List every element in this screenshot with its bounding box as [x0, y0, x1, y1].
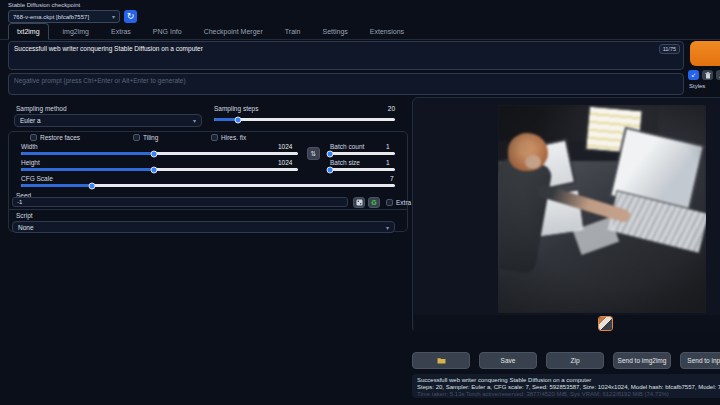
send-to-inpaint-button[interactable]: Send to inpaint: [680, 352, 720, 369]
generated-image-scene: [498, 105, 706, 313]
random-seed-button[interactable]: [353, 197, 365, 208]
refresh-checkpoints-button[interactable]: ↻: [124, 10, 137, 23]
tab-txt2img[interactable]: txt2img: [8, 23, 49, 40]
cfg-scale-label: CFG Scale: [21, 175, 53, 182]
zip-button[interactable]: Zip: [546, 352, 604, 369]
restore-faces-label: Restore faces: [40, 134, 80, 141]
generation-info-box: Successfull web writer conquering Stable…: [412, 374, 720, 398]
main-tab-bar: txt2img img2img Extras PNG Info Checkpoi…: [0, 23, 720, 40]
hires-fix-checkbox[interactable]: [211, 134, 218, 141]
script-dropdown[interactable]: None ▾: [12, 221, 395, 233]
sampling-steps-label: Sampling steps: [214, 105, 258, 112]
reuse-seed-button[interactable]: ♻: [368, 197, 380, 208]
negative-prompt-box: [8, 73, 684, 95]
refresh-icon: ↻: [127, 12, 135, 21]
open-folder-button[interactable]: [412, 352, 470, 369]
sampling-method-dropdown[interactable]: Euler a ▾: [14, 114, 202, 127]
tab-checkpoint-merger[interactable]: Checkpoint Merger: [196, 24, 271, 39]
hires-fix-option[interactable]: Hires. fix: [211, 134, 246, 141]
width-label: Width: [21, 143, 38, 150]
thumbnail-image: [599, 317, 612, 330]
tab-train[interactable]: Train: [277, 24, 309, 39]
batch-count-value: 1: [386, 143, 390, 150]
dice-icon: [356, 199, 363, 206]
restore-faces-checkbox[interactable]: [30, 134, 37, 141]
tiling-label: Tiling: [143, 134, 158, 141]
generate-button[interactable]: Generate: [690, 41, 720, 66]
checkpoint-value: 768-v-ema.ckpt [bfcafb7557]: [13, 14, 89, 20]
extra-seed-checkbox[interactable]: [386, 199, 393, 206]
cfg-scale-slider[interactable]: [21, 184, 395, 187]
chevron-down-icon: ▾: [386, 224, 389, 231]
token-counter: 11/75: [659, 44, 680, 54]
height-label: Height: [21, 159, 40, 166]
output-gallery-panel: [412, 97, 720, 333]
tiling-option[interactable]: Tiling: [133, 134, 158, 141]
script-divider: [8, 209, 408, 210]
swap-icon: ⇅: [311, 150, 317, 158]
height-value: 1024: [278, 159, 292, 166]
sampling-steps-slider[interactable]: [214, 118, 395, 121]
extra-seed-label: Extra: [396, 199, 411, 206]
seed-input[interactable]: [12, 197, 348, 207]
script-label: Script: [16, 212, 33, 219]
extra-seed-option[interactable]: Extra: [386, 199, 411, 206]
gallery-thumbnail-strip: [414, 315, 720, 333]
batch-size-value: 1: [386, 159, 390, 166]
prompt-box: Successfull web writer conquering Stable…: [8, 41, 684, 70]
save-button[interactable]: Save: [479, 352, 537, 369]
txt2img-settings-panel: Sampling method Euler a ▾ Sampling steps…: [8, 103, 408, 237]
tab-extensions[interactable]: Extensions: [362, 24, 412, 39]
negative-prompt-input[interactable]: [9, 74, 683, 94]
trash-icon: [705, 72, 711, 79]
generation-info-perf: Time taken: 5.13s Torch active/reserved:…: [417, 391, 720, 398]
prompt-input[interactable]: Successfull web writer conquering Stable…: [9, 42, 683, 69]
style-apply-button[interactable]: [716, 70, 720, 80]
generate-tools: ↙: [688, 70, 720, 80]
width-value: 1024: [278, 143, 292, 150]
sampling-steps-value: 20: [388, 105, 395, 112]
script-value: None: [18, 224, 34, 231]
vignette-overlay: [498, 105, 706, 313]
batch-size-slider[interactable]: [330, 168, 395, 171]
cfg-scale-value: 7: [390, 175, 394, 182]
tab-extras[interactable]: Extras: [103, 24, 139, 39]
height-slider[interactable]: [21, 168, 298, 171]
generation-info-prompt: Successfull web writer conquering Stable…: [417, 377, 720, 384]
hires-fix-label: Hires. fix: [221, 134, 246, 141]
batch-count-slider[interactable]: [330, 152, 395, 155]
styles-label: Styles: [689, 83, 705, 89]
sd-webui-app: { "colors": { "background": "#0b0f19", "…: [0, 0, 720, 405]
tab-png-info[interactable]: PNG Info: [145, 24, 190, 39]
batch-count-label: Batch count: [330, 143, 364, 150]
chevron-down-icon: ▾: [112, 13, 115, 20]
folder-icon: [437, 357, 446, 364]
chevron-down-icon: ▾: [193, 117, 196, 124]
clear-prompt-button[interactable]: [702, 70, 713, 80]
checkpoint-label: Stable Diffusion checkpoint: [8, 2, 137, 8]
quicksettings-bar: Stable Diffusion checkpoint 768-v-ema.ck…: [8, 2, 137, 23]
sampling-method-label: Sampling method: [16, 105, 67, 112]
gallery-thumbnail[interactable]: [598, 316, 613, 331]
send-to-img2img-button[interactable]: Send to img2img: [613, 352, 671, 369]
restore-faces-option[interactable]: Restore faces: [30, 134, 80, 141]
swap-dimensions-button[interactable]: ⇅: [307, 147, 320, 160]
generation-info-params: Steps: 20, Sampler: Euler a, CFG scale: …: [417, 384, 720, 391]
paste-icon: ↙: [691, 72, 696, 78]
tab-img2img[interactable]: img2img: [55, 24, 97, 39]
generated-image[interactable]: [498, 105, 706, 313]
output-button-row: Save Zip Send to img2img Send to inpaint: [412, 352, 720, 369]
paste-params-button[interactable]: ↙: [688, 70, 699, 80]
width-slider[interactable]: [21, 152, 298, 155]
checkpoint-dropdown[interactable]: 768-v-ema.ckpt [bfcafb7557] ▾: [8, 10, 120, 23]
tab-settings[interactable]: Settings: [315, 24, 356, 39]
batch-size-label: Batch size: [330, 159, 360, 166]
sampling-method-value: Euler a: [20, 117, 41, 124]
tiling-checkbox[interactable]: [133, 134, 140, 141]
recycle-icon: ♻: [371, 199, 377, 207]
